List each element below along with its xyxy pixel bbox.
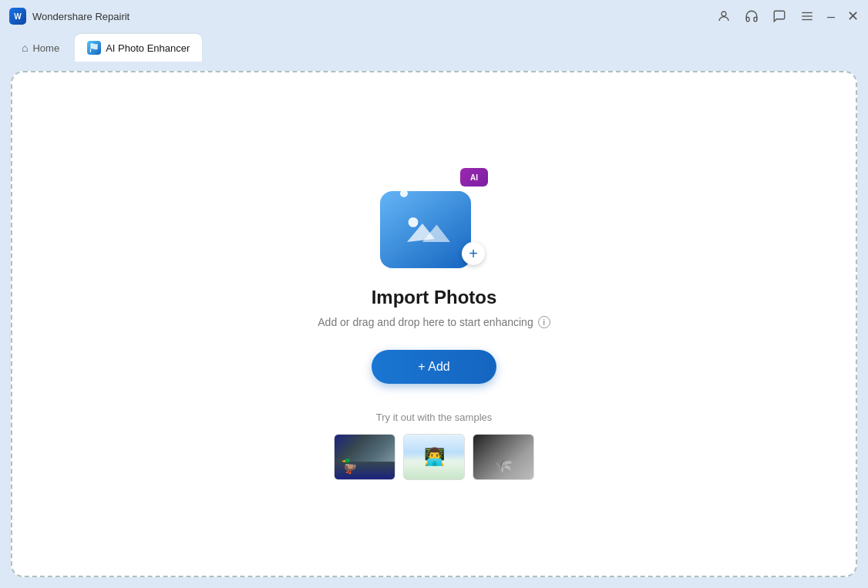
svg-point-0 [722, 12, 726, 16]
add-circle-icon: + [462, 242, 485, 265]
import-subtitle: Add or drag and drop here to start enhan… [318, 316, 550, 328]
title-bar: W Wondershare Repairit – ✕ [0, 0, 868, 32]
app-name: Wondershare Repairit [32, 11, 130, 22]
ai-tab-label: AI Photo Enhancer [106, 42, 190, 54]
headset-icon[interactable] [744, 8, 759, 24]
tab-ai-photo-enhancer[interactable]: AI Photo Enhancer [75, 34, 202, 62]
sample-thumb-field[interactable] [473, 434, 534, 480]
close-button[interactable]: ✕ [847, 8, 859, 25]
sample-thumb-man[interactable] [403, 434, 465, 480]
minimize-button[interactable]: – [827, 8, 835, 25]
photo-icon-back [380, 191, 471, 268]
home-tab-label: Home [32, 42, 59, 54]
sample-thumb-ducks[interactable] [334, 434, 395, 480]
title-bar-right: – ✕ [716, 8, 859, 25]
svg-point-5 [409, 217, 419, 227]
ai-tab-icon [87, 41, 101, 55]
chat-icon[interactable] [772, 8, 787, 24]
info-icon[interactable]: i [538, 316, 550, 328]
dot-decoration [400, 190, 408, 197]
drop-zone[interactable]: AI + Import Photos Add or drag and drop … [11, 71, 857, 577]
ai-badge: AI [460, 168, 488, 186]
home-icon: ⌂ [22, 42, 28, 54]
app-icon: W [9, 8, 26, 25]
add-button[interactable]: + Add [372, 350, 496, 384]
title-bar-left: W Wondershare Repairit [9, 8, 130, 25]
menu-icon[interactable] [799, 8, 815, 24]
samples-label: Try it out with the samples [376, 412, 493, 423]
samples-row [334, 434, 534, 480]
photo-icon-wrapper: AI + [380, 168, 488, 268]
main-content: AI + Import Photos Add or drag and drop … [0, 63, 868, 588]
import-title: Import Photos [372, 287, 497, 308]
user-icon[interactable] [716, 8, 732, 24]
tab-home[interactable]: ⌂ Home [9, 34, 72, 62]
import-subtitle-text: Add or drag and drop here to start enhan… [318, 316, 533, 328]
tab-bar: ⌂ Home AI Photo Enhancer [0, 32, 868, 63]
